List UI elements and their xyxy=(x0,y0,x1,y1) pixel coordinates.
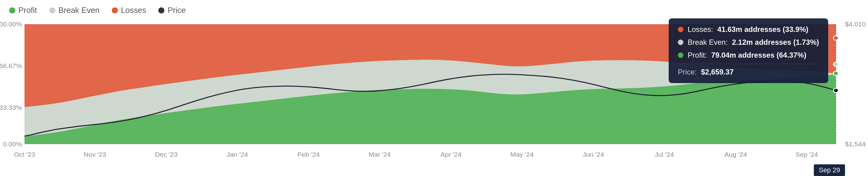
tooltip-breakeven-label: Break Even: xyxy=(688,38,728,47)
tooltip-losses-dot xyxy=(678,27,683,32)
svg-text:66.67%: 66.67% xyxy=(0,63,22,69)
svg-text:Oct '23: Oct '23 xyxy=(14,151,35,158)
tooltip-profit-label: Profit: xyxy=(688,51,707,59)
date-badge: Sep 29 xyxy=(814,164,845,176)
legend-breakeven: Break Even xyxy=(49,5,99,15)
svg-text:Nov '23: Nov '23 xyxy=(84,151,106,158)
profit-label: Profit xyxy=(19,5,37,15)
svg-text:33.33%: 33.33% xyxy=(0,104,22,111)
tooltip-price-value: $2,659.37 xyxy=(701,68,734,76)
svg-text:Feb '24: Feb '24 xyxy=(298,151,320,158)
legend-profit: Profit xyxy=(9,5,37,15)
svg-text:0.00%: 0.00% xyxy=(3,141,22,147)
losses-label: Losses xyxy=(121,5,146,15)
tooltip-breakeven-dot xyxy=(678,39,683,45)
svg-text:Jul '24: Jul '24 xyxy=(655,151,674,158)
tooltip-price-label: Price: xyxy=(678,68,696,76)
svg-text:$4,010: $4,010 xyxy=(845,22,866,28)
svg-text:Dec '23: Dec '23 xyxy=(155,151,178,158)
price-label: Price xyxy=(167,5,186,15)
svg-text:Jun '24: Jun '24 xyxy=(583,151,604,158)
tooltip-price-row: Price: $2,659.37 xyxy=(678,64,819,76)
svg-text:Sep '24: Sep '24 xyxy=(796,151,818,158)
tooltip-losses-label: Losses: xyxy=(688,25,713,34)
chart-legend: Profit Break Even Losses Price xyxy=(0,0,195,18)
svg-text:Apr '24: Apr '24 xyxy=(441,151,462,158)
legend-losses: Losses xyxy=(112,5,146,15)
profit-dot xyxy=(9,7,15,13)
tooltip-breakeven-value: 2.12m addresses (1.73%) xyxy=(732,38,819,47)
svg-text:$1,544: $1,544 xyxy=(845,141,866,147)
breakeven-dot xyxy=(49,7,55,13)
losses-dot xyxy=(112,7,118,13)
tooltip-losses-row: Losses: 41.63m addresses (33.9%) xyxy=(678,25,819,34)
legend-price: Price xyxy=(158,5,186,15)
svg-text:Mar '24: Mar '24 xyxy=(369,151,391,158)
tooltip-breakeven-row: Break Even: 2.12m addresses (1.73%) xyxy=(678,38,819,47)
tooltip-profit-row: Profit: 79.04m addresses (64.37%) xyxy=(678,51,819,59)
tooltip-profit-dot xyxy=(678,53,683,58)
tooltip-losses-value: 41.63m addresses (33.9%) xyxy=(717,25,809,34)
svg-text:Aug '24: Aug '24 xyxy=(724,151,747,158)
breakeven-label: Break Even xyxy=(59,5,99,15)
svg-text:100.00%: 100.00% xyxy=(0,22,22,28)
price-dot xyxy=(158,7,164,13)
svg-text:Jan '24: Jan '24 xyxy=(226,151,248,158)
svg-text:May '24: May '24 xyxy=(510,151,534,158)
tooltip-box: Losses: 41.63m addresses (33.9%) Break E… xyxy=(669,19,828,83)
tooltip-profit-value: 79.04m addresses (64.37%) xyxy=(711,51,806,59)
chart-container: Profit Break Even Losses Price xyxy=(0,0,868,176)
